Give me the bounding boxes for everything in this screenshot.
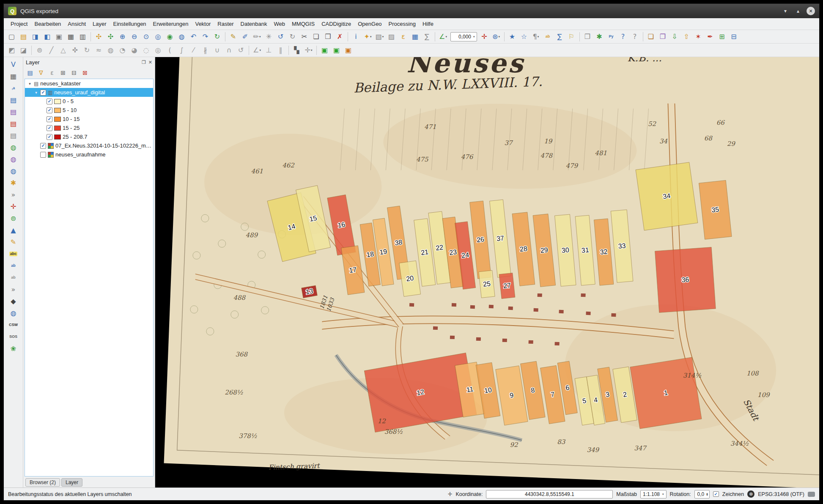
menu-layer[interactable]: Layer [89,19,110,29]
split-parts-icon[interactable]: ∦ [200,44,211,56]
add-line-icon[interactable]: ╱ [46,44,57,56]
panel-close-icon[interactable]: ✕ [148,60,152,65]
menu-project[interactable]: Project [7,19,31,29]
minimize-button[interactable]: ▾ [781,7,790,15]
rotation-spinner[interactable]: 0,0 ▴▾ [694,490,710,499]
toggle-editing-icon[interactable]: ✎ [228,31,239,42]
zoom-out-icon[interactable]: ⊖ [129,31,140,42]
spinner-arrows-icon[interactable]: ▴▾ [706,493,708,496]
filter-legend-icon[interactable]: ∇ [36,68,46,78]
project-save-as-icon[interactable]: ◧ [41,31,53,42]
new-layout-icon[interactable]: ❐ [582,31,593,42]
undo-icon[interactable]: ↺ [275,31,286,42]
zoom-to-selection-icon[interactable]: ◉ [164,31,176,42]
collapse-all-icon[interactable]: ⊟ [69,68,79,78]
add-raster-layer-icon[interactable]: ▦ [8,71,19,82]
layer-styling-icon[interactable]: ▤ [25,68,35,78]
close-button[interactable]: ✕ [807,7,815,15]
project-save-icon[interactable]: ◨ [30,31,41,42]
style-manager-icon[interactable]: ✱ [594,31,605,42]
add-delimited-text-icon[interactable]: ,a [8,82,19,94]
copy-features-icon[interactable]: ❏ [310,31,322,42]
merge-features-icon[interactable]: ∪ [211,44,223,56]
zoom-in-icon[interactable]: ⊕ [117,31,128,42]
green-plugin-1-icon[interactable]: ▣ [319,44,330,56]
remove-layer-icon[interactable]: ⊠ [80,68,90,78]
select-by-expression-icon[interactable]: ε [398,31,409,42]
layer-tree-row-25-208-7[interactable]: ✓25 - 208.7 [25,132,153,141]
labeling-icon[interactable]: ab [542,31,554,42]
layer-tree-row-0-5[interactable]: ✓0 - 5 [25,97,153,106]
map-svg[interactable]: 1415161718193820212223242625372728293031… [155,57,819,488]
zoom-full-icon[interactable]: ◎ [152,31,164,42]
identify-coordinates-icon[interactable]: ✛ [479,31,490,42]
cut-features-icon[interactable]: ✂ [299,31,310,42]
layer-visibility-checkbox[interactable]: ✓ [47,107,52,113]
statistics-icon[interactable]: ∑ [554,31,565,42]
add-oracle-icon[interactable]: ▤ [8,130,19,141]
fill-ring-icon[interactable]: ◕ [129,44,140,56]
save-as-image-icon[interactable]: ▣ [53,31,65,42]
overflow-2-icon[interactable]: » [8,284,19,295]
layer-visibility-checkbox[interactable]: ✓ [47,116,52,122]
composer-manager-icon[interactable]: ▥ [77,31,88,42]
layer-label[interactable]: 0 - 5 [63,98,74,104]
current-edits-icon[interactable]: ✏▾ [251,31,263,42]
layer-tree-row-5-10[interactable]: ✓5 - 10 [25,106,153,115]
layer-label[interactable]: 07_Ex.Neus.32014-10-15-102226_modif... [55,142,151,149]
layer-visibility-checkbox[interactable]: ✓ [47,125,52,131]
zoom-last-icon[interactable]: ↶ [188,31,199,42]
copy-style-icon[interactable]: ◩ [6,44,17,56]
menu-processing[interactable]: Processing [385,19,419,29]
project-open-icon[interactable]: ▤ [18,31,29,42]
delete-ring-icon[interactable]: ◌ [140,44,152,56]
flower-plugin-icon[interactable]: ❀ [8,343,19,354]
plugin-sparkle-icon[interactable]: ✶ [693,31,704,42]
menu-datenbank[interactable]: Datenbank [237,19,271,29]
layer-visibility-checkbox[interactable]: ✓ [40,143,46,149]
menu-raster[interactable]: Raster [214,19,237,29]
diamond-plugin-icon[interactable]: ◆ [8,296,19,307]
plugin-stack-icon[interactable]: ❏ [645,31,657,42]
map-parcel-1[interactable]: 1 [630,357,702,429]
crs-status-icon[interactable]: ⊕ [747,490,754,498]
menu-caddigitize[interactable]: CADDigitize [318,19,354,29]
plugin-edit-icon[interactable]: ✒ [705,31,716,42]
node-tool-icon[interactable]: ✳ [263,31,274,42]
help-contents-icon[interactable]: ? [617,31,629,42]
annotation-icon[interactable]: ¶▾ [530,31,542,42]
toolbar-overflow-icon[interactable]: » [8,189,19,200]
deselect-all-icon[interactable]: ▨ [386,31,397,42]
green-plugin-2-icon[interactable]: ▣ [331,44,342,56]
add-postgis-icon[interactable]: ▤ [8,94,19,106]
zoom-to-layer-icon[interactable]: ◍ [176,31,187,42]
add-polygon-icon[interactable]: △ [58,44,69,56]
paste-style-icon[interactable]: ◪ [18,44,29,56]
project-new-icon[interactable]: ▢ [6,31,17,42]
reshape-icon[interactable]: ∫ [176,44,187,56]
checker-plugin-icon[interactable]: ▚ [291,44,302,56]
map-parcel-25[interactable]: 25 [479,271,495,298]
layers-plugin-icon[interactable]: ⊟ [728,31,740,42]
new-bookmark-icon[interactable]: ★ [507,31,518,42]
measure-icon[interactable]: ∠▾ [437,31,449,42]
plugin-export-icon[interactable]: ⇩ [669,31,680,42]
menu-einstellungen[interactable]: Einstellungen [110,19,150,29]
menu-bearbeiten[interactable]: Bearbeiten [31,19,64,29]
pan-map-icon[interactable]: ✣ [93,31,104,42]
layer-tree-row-07-ex-neus-32014-10-15-102226-[interactable]: ✓07_Ex.Neus.32014-10-15-102226_modif... [25,141,153,150]
menu-vektor[interactable]: Vektor [192,19,214,29]
chevron-down-icon[interactable]: ▾ [473,35,475,38]
split-features-icon[interactable]: ⁄ [188,44,199,56]
tab-layer[interactable]: Layer [61,478,82,487]
annotation-text-icon[interactable]: abc [8,248,19,260]
map-tips-icon[interactable]: ⚐ [566,31,577,42]
layer-tree-row-neuses-uraufnahme[interactable]: ✓neuses_uraufnahme [25,150,153,159]
save-layer-edits-icon[interactable]: ✐ [239,31,251,42]
zoom-next-icon[interactable]: ↷ [200,31,211,42]
add-part-icon[interactable]: ◔ [117,44,128,56]
whats-this-icon[interactable]: ? [629,31,641,42]
plugin-import-icon[interactable]: ⇧ [681,31,692,42]
text-annotation-icon[interactable]: ab [8,272,19,283]
rotate-symbols-icon[interactable]: ↺ [235,44,247,56]
